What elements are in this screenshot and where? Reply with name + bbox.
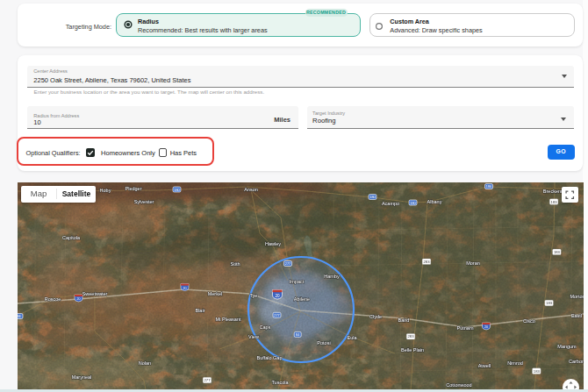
svg-text:180: 180	[369, 196, 375, 199]
svg-text:84: 84	[18, 315, 21, 318]
svg-text:Caps: Caps	[259, 324, 270, 329]
svg-text:Impact: Impact	[289, 278, 304, 283]
svg-text:Cottonwood: Cottonwood	[446, 381, 471, 387]
svg-text:Hamby: Hamby	[324, 273, 340, 278]
svg-text:Nimrod: Nimrod	[507, 360, 523, 365]
svg-text:Mangum: Mangum	[557, 343, 577, 348]
svg-text:Acampo: Acampo	[381, 200, 398, 205]
svg-text:Belle Plain: Belle Plain	[401, 346, 424, 352]
svg-text:Clyde: Clyde	[369, 313, 381, 318]
svg-text:20: 20	[484, 325, 488, 329]
svg-text:183: 183	[533, 368, 540, 373]
svg-text:Tye: Tye	[249, 292, 257, 297]
svg-text:Sweetwater: Sweetwater	[82, 290, 107, 296]
svg-text:Abilene: Abilene	[293, 296, 309, 301]
svg-text:180: 180	[410, 201, 415, 204]
svg-text:Anson: Anson	[244, 186, 258, 191]
svg-text:Maryneal: Maryneal	[71, 374, 91, 379]
svg-text:180: 180	[174, 188, 179, 191]
svg-text:Hoby: Hoby	[99, 188, 111, 193]
svg-text:183: 183	[550, 199, 557, 203]
svg-text:Mt Pleasant: Mt Pleasant	[215, 316, 241, 321]
svg-text:Potosi: Potosi	[317, 339, 330, 345]
svg-text:Buffalo Gap: Buffalo Gap	[256, 354, 282, 360]
svg-text:Stith: Stith	[230, 260, 240, 266]
svg-text:283: 283	[423, 260, 430, 264]
svg-text:View: View	[248, 333, 259, 339]
svg-text:180: 180	[485, 185, 491, 189]
svg-text:Capitola: Capitola	[61, 234, 80, 239]
svg-text:Cisco: Cisco	[523, 317, 535, 323]
svg-text:Putnam: Putnam	[456, 324, 473, 330]
svg-text:Eastl: Eastl	[570, 312, 581, 317]
svg-text:20: 20	[275, 293, 280, 297]
svg-text:277: 277	[204, 378, 211, 382]
svg-text:Eula: Eula	[347, 334, 357, 339]
svg-text:Sylvester: Sylvester	[133, 198, 154, 203]
svg-text:277: 277	[284, 262, 290, 266]
svg-text:Albany: Albany	[427, 198, 441, 203]
svg-text:Blair: Blair	[195, 307, 204, 312]
svg-text:183: 183	[546, 301, 553, 305]
svg-text:Merkel: Merkel	[207, 290, 222, 296]
svg-text:20: 20	[76, 297, 80, 301]
svg-text:Nolan: Nolan	[138, 360, 150, 365]
svg-text:Hawley: Hawley	[264, 240, 280, 246]
svg-text:Carbon: Carbon	[568, 358, 583, 363]
svg-text:Morton: Morton	[570, 293, 584, 298]
svg-text:Baird: Baird	[398, 317, 409, 322]
svg-text:Tuscola: Tuscola	[271, 379, 289, 384]
svg-text:183: 183	[553, 250, 560, 254]
svg-text:Pledger: Pledger	[125, 185, 141, 190]
svg-text:Moran: Moran	[466, 260, 480, 265]
svg-text:Roscoe: Roscoe	[44, 296, 61, 301]
svg-text:20: 20	[183, 286, 186, 289]
svg-text:277: 277	[274, 313, 279, 317]
svg-text:Atwell: Atwell	[477, 362, 491, 367]
svg-text:283: 283	[407, 334, 414, 339]
svg-text:84: 84	[296, 332, 299, 336]
